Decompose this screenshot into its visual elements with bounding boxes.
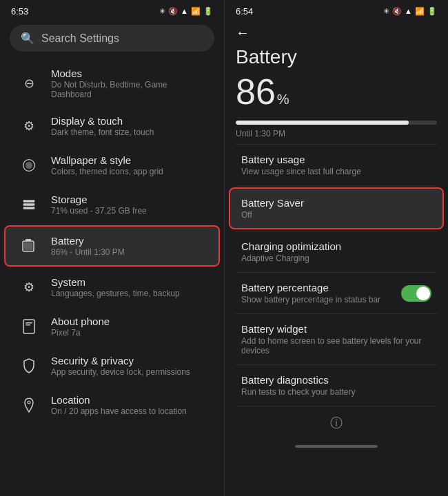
storage-subtitle: 71% used - 37.25 GB free bbox=[51, 206, 147, 216]
svg-rect-4 bbox=[23, 207, 35, 209]
location-subtitle: On / 20 apps have access to location bbox=[51, 406, 187, 416]
system-icon: ⚙ bbox=[17, 275, 41, 300]
right-status-bar: 6:54 ✳ 🔇 ▲ 📶 🔋 bbox=[225, 0, 448, 19]
battery-usage-item[interactable]: Battery usage View usage since last full… bbox=[230, 145, 442, 185]
settings-item-location[interactable]: Location On / 20 apps have access to loc… bbox=[6, 386, 218, 424]
left-status-time: 6:53 bbox=[11, 6, 28, 17]
left-panel: 6:53 ✳ 🔇 ▲ 📶 🔋 🔍 Search Settings ⊖ Modes… bbox=[0, 0, 224, 496]
right-status-time: 6:54 bbox=[236, 6, 253, 17]
display-subtitle: Dark theme, font size, touch bbox=[51, 127, 154, 137]
display-icon: ⚙ bbox=[17, 114, 41, 138]
battery-title: Battery bbox=[51, 235, 125, 247]
svg-rect-9 bbox=[26, 322, 32, 324]
info-row: ⓘ bbox=[225, 406, 448, 440]
security-title: Security & privacy bbox=[51, 355, 190, 366]
system-subtitle: Languages, gestures, time, backup bbox=[51, 289, 180, 298]
search-bar[interactable]: 🔍 Search Settings bbox=[10, 25, 214, 52]
about-title: About phone bbox=[51, 316, 110, 327]
settings-item-system[interactable]: ⚙ System Languages, gestures, time, back… bbox=[6, 268, 218, 307]
display-title: Display & touch bbox=[51, 115, 154, 127]
location-icon bbox=[17, 393, 41, 417]
charging-optimization-subtitle: Adaptive Charging bbox=[241, 254, 431, 263]
svg-point-11 bbox=[28, 401, 30, 404]
battery-percentage-toggle[interactable] bbox=[401, 285, 431, 302]
battery-subtitle: 86% - Until 1:30 PM bbox=[51, 247, 125, 257]
settings-list: ⊖ Modes Do Not Disturb, Bedtime, Game Da… bbox=[0, 60, 224, 496]
location-title: Location bbox=[51, 394, 187, 406]
nav-bar bbox=[295, 445, 378, 448]
system-title: System bbox=[51, 276, 180, 288]
right-status-icons: ✳ 🔇 ▲ 📶 🔋 bbox=[383, 7, 437, 16]
info-icon: ⓘ bbox=[330, 415, 343, 431]
svg-point-1 bbox=[26, 162, 32, 169]
battery-percentage-subtitle: Show battery percentage in status bar bbox=[241, 295, 380, 304]
divider-4 bbox=[236, 313, 437, 314]
battery-saver-item[interactable]: Battery Saver Off bbox=[229, 187, 444, 229]
battery-options-list: Battery usage View usage since last full… bbox=[225, 145, 448, 496]
battery-percent-number: 86 bbox=[236, 74, 276, 110]
battery-percent-symbol: % bbox=[277, 92, 289, 107]
storage-icon bbox=[17, 192, 41, 217]
svg-rect-8 bbox=[23, 320, 34, 333]
battery-header: Battery 86 % bbox=[225, 43, 448, 115]
battery-percentage-title: Battery percentage bbox=[241, 282, 380, 293]
svg-rect-6 bbox=[26, 239, 31, 241]
battery-progress-bar bbox=[236, 121, 437, 125]
settings-item-display[interactable]: ⚙ Display & touch Dark theme, font size,… bbox=[6, 107, 218, 145]
settings-item-wallpaper[interactable]: Wallpaper & style Colors, themed icons, … bbox=[6, 146, 218, 185]
battery-usage-title: Battery usage bbox=[241, 154, 431, 165]
wallpaper-title: Wallpaper & style bbox=[51, 154, 163, 166]
divider-3 bbox=[236, 272, 437, 273]
battery-saver-title: Battery Saver bbox=[241, 197, 431, 209]
settings-item-security[interactable]: Security & privacy App security, device … bbox=[6, 347, 218, 385]
about-subtitle: Pixel 7a bbox=[51, 328, 110, 338]
search-label: Search Settings bbox=[41, 32, 119, 45]
until-time: Until 1:30 PM bbox=[225, 127, 448, 144]
battery-widget-item[interactable]: Battery widget Add to home screen to see… bbox=[230, 315, 442, 364]
modes-subtitle: Do Not Disturb, Bedtime, Game Dashboard bbox=[51, 80, 207, 99]
battery-saver-subtitle: Off bbox=[241, 210, 431, 220]
nav-indicator bbox=[225, 440, 448, 453]
charging-optimization-title: Charging optimization bbox=[241, 240, 431, 252]
battery-progress-fill bbox=[236, 121, 409, 125]
settings-item-storage[interactable]: Storage 71% used - 37.25 GB free bbox=[6, 185, 218, 224]
battery-percentage-item[interactable]: Battery percentage Show battery percenta… bbox=[230, 273, 442, 313]
battery-usage-subtitle: View usage since last full charge bbox=[241, 167, 431, 176]
wallpaper-subtitle: Colors, themed icons, app grid bbox=[51, 167, 163, 176]
svg-rect-7 bbox=[24, 242, 33, 251]
battery-percent-row: 86 % bbox=[236, 74, 437, 110]
battery-widget-title: Battery widget bbox=[241, 323, 431, 335]
battery-diagnostics-subtitle: Run tests to check your battery bbox=[241, 387, 431, 397]
left-status-bar: 6:53 ✳ 🔇 ▲ 📶 🔋 bbox=[0, 0, 224, 19]
settings-item-modes[interactable]: ⊖ Modes Do Not Disturb, Bedtime, Game Da… bbox=[6, 61, 218, 106]
back-button[interactable]: ← bbox=[225, 19, 448, 43]
security-subtitle: App security, device lock, permissions bbox=[51, 367, 190, 377]
divider-1 bbox=[236, 185, 437, 186]
wallpaper-icon bbox=[17, 153, 41, 178]
search-icon: 🔍 bbox=[21, 32, 34, 45]
divider-2 bbox=[236, 231, 437, 231]
svg-rect-3 bbox=[23, 203, 35, 205]
right-panel: 6:54 ✳ 🔇 ▲ 📶 🔋 ← Battery 86 % Until 1:30… bbox=[224, 0, 448, 496]
battery-icon bbox=[17, 234, 41, 258]
security-icon bbox=[17, 353, 41, 378]
battery-page-title: Battery bbox=[236, 46, 297, 68]
svg-rect-10 bbox=[26, 324, 30, 326]
battery-diagnostics-title: Battery diagnostics bbox=[241, 374, 431, 386]
left-status-icons: ✳ 🔇 ▲ 📶 🔋 bbox=[159, 7, 213, 16]
about-icon bbox=[17, 314, 41, 339]
divider-5 bbox=[236, 364, 437, 365]
settings-item-battery[interactable]: Battery 86% - Until 1:30 PM bbox=[4, 225, 220, 267]
battery-widget-subtitle: Add to home screen to see battery levels… bbox=[241, 336, 431, 355]
svg-rect-2 bbox=[23, 200, 35, 202]
storage-title: Storage bbox=[51, 194, 147, 205]
modes-title: Modes bbox=[51, 68, 207, 79]
battery-diagnostics-item[interactable]: Battery diagnostics Run tests to check y… bbox=[230, 366, 442, 405]
charging-optimization-item[interactable]: Charging optimization Adaptive Charging bbox=[230, 232, 442, 271]
modes-icon: ⊖ bbox=[17, 71, 41, 96]
settings-item-about[interactable]: About phone Pixel 7a bbox=[6, 307, 218, 346]
